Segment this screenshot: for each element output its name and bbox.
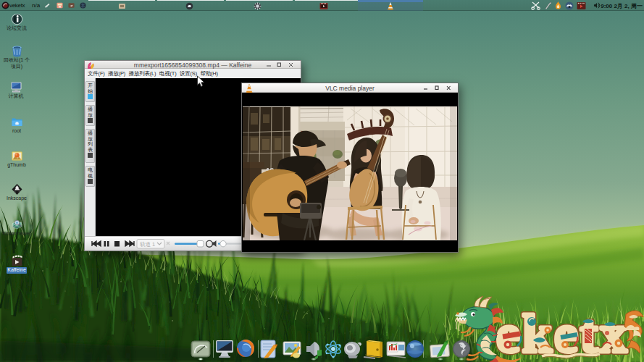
svg-text:轨道 1: 轨道 1 — [140, 241, 155, 248]
